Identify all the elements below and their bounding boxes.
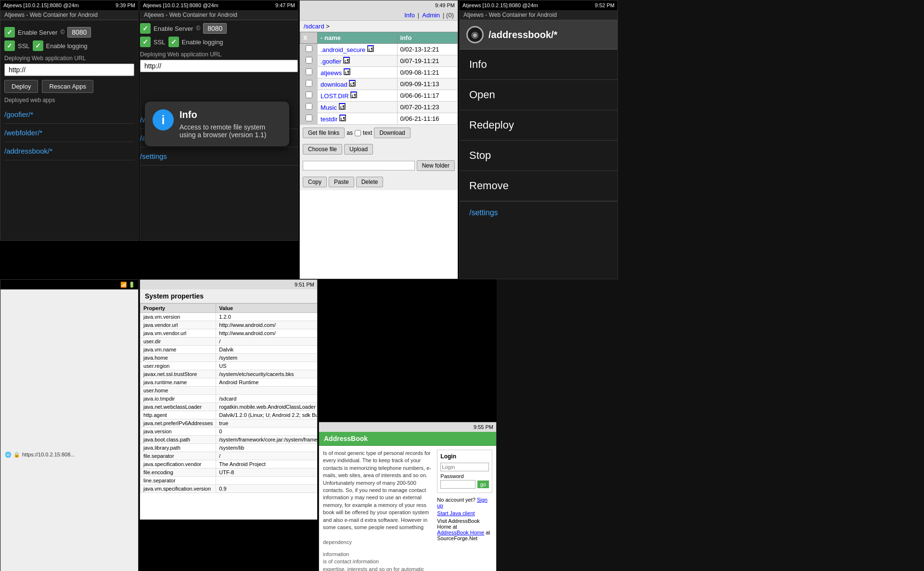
- deploy-button[interactable]: Deploy: [4, 80, 38, 93]
- app-item-goofier[interactable]: /goofier/*: [4, 105, 134, 124]
- delete-button[interactable]: Delete: [356, 177, 384, 187]
- p2-settings-item[interactable]: /settings: [140, 147, 298, 166]
- go-button[interactable]: go: [477, 480, 489, 488]
- file-x-col[interactable]: [300, 55, 318, 67]
- app-item-addressbook[interactable]: /addressbook/*: [4, 142, 134, 160]
- paste-button[interactable]: Paste: [329, 177, 354, 187]
- sysinfo-row: java.boot.class.path /system/framework/c…: [141, 436, 318, 444]
- new-folder-button[interactable]: New folder: [417, 160, 455, 171]
- sysinfo-row: http.agent Dalvik/1.2.0 (Linux; U; Andro…: [141, 411, 318, 419]
- file-checkbox[interactable]: [306, 45, 312, 52]
- addrbook-body: Is of most generic type of personal reco…: [319, 446, 496, 571]
- file-checkbox[interactable]: [306, 80, 312, 87]
- sdcard-link[interactable]: /sdcard: [304, 23, 324, 30]
- upload-button[interactable]: Upload: [344, 144, 373, 155]
- p2-url-input[interactable]: [140, 60, 298, 72]
- sysinfo-row: java.runtime.name Android Runtime: [141, 378, 318, 387]
- deployed-label: Deployed web apps: [4, 97, 134, 104]
- file-x-col[interactable]: [300, 90, 318, 102]
- port-value[interactable]: 8080: [67, 27, 91, 38]
- sysinfo-row: java.home /system: [141, 354, 318, 362]
- file-actions-row3: New folder: [300, 157, 458, 174]
- context-path-title: /addressbook/*: [488, 29, 557, 40]
- panel-4-context: Atjeews [10.0.2.15]:8080 @24m 9:52 PM At…: [459, 0, 618, 279]
- property-value: UTF-8: [216, 468, 317, 477]
- file-checkbox[interactable]: [306, 68, 312, 75]
- file-link[interactable]: Music: [321, 104, 337, 111]
- col-info: info: [397, 32, 458, 44]
- property-name: java.net.webclassLoader: [141, 403, 216, 411]
- context-menu-remove[interactable]: Remove: [460, 171, 617, 201]
- new-folder-input[interactable]: [303, 161, 415, 170]
- sysinfo-row: java.vm.specification.version 0.9: [141, 485, 318, 493]
- app-item-webfolder[interactable]: /webfolder/*: [4, 124, 134, 142]
- file-link[interactable]: LOST.DIR: [321, 92, 349, 100]
- property-value: /system/framework/core.jar:/system/frame…: [216, 436, 317, 444]
- browser-url-bar: 🌐 🔒 https://10.0.2.15:808...: [0, 289, 139, 571]
- file-checkbox[interactable]: [306, 57, 312, 64]
- logging-checkbox[interactable]: ✓: [33, 40, 43, 51]
- refresh-icon: ↺: [349, 80, 356, 87]
- url-input[interactable]: [4, 64, 134, 76]
- file-checkbox[interactable]: [306, 115, 312, 121]
- file-link[interactable]: testdir: [321, 116, 337, 123]
- file-x-col[interactable]: [300, 44, 318, 55]
- property-value: /: [216, 452, 317, 460]
- p2-port-value[interactable]: 8080: [203, 23, 227, 34]
- file-x-col[interactable]: [300, 67, 318, 78]
- file-link[interactable]: atjeews: [321, 69, 342, 77]
- sysinfo-scroll[interactable]: Property Value java.vm.version 1.2.0 jav…: [140, 303, 317, 493]
- info-link[interactable]: Info: [404, 12, 415, 19]
- file-info-col: 0/06-21-11:16: [397, 113, 458, 125]
- enable-server-row: ✓ Enable Server © 8080: [4, 27, 134, 38]
- file-link[interactable]: .android_secure: [321, 46, 365, 53]
- text-checkbox[interactable]: [355, 130, 361, 136]
- rescan-apps-button[interactable]: Rescan Apps: [42, 80, 93, 93]
- file-x-col[interactable]: [300, 102, 318, 113]
- file-x-col[interactable]: [300, 78, 318, 90]
- addrbook-dependency: dependency: [323, 539, 433, 546]
- file-checkbox[interactable]: [306, 103, 312, 110]
- sysinfo-row: file.encoding UTF-8: [141, 468, 318, 477]
- context-menu-info[interactable]: Info: [460, 50, 617, 80]
- property-value: US: [216, 362, 317, 370]
- p2-ssl-label: SSL: [154, 39, 166, 46]
- property-name: file.encoding: [141, 468, 216, 477]
- java-client-section: Start Java client: [437, 510, 492, 516]
- contact-info-text: is of contact information: [323, 558, 433, 565]
- p2-enable-server-checkbox[interactable]: ✓: [140, 23, 151, 34]
- sysinfo-row: java.net.webclassLoader rogatkin.mobile.…: [141, 403, 318, 411]
- file-x-col[interactable]: [300, 113, 318, 125]
- password-input[interactable]: [440, 480, 475, 489]
- get-file-links-button[interactable]: Get file links: [303, 128, 345, 138]
- context-menu-stop[interactable]: Stop: [460, 141, 617, 171]
- file-link[interactable]: download: [321, 81, 347, 88]
- sysinfo-row: javax.net.ssl.trustStore /system/etc/sec…: [141, 370, 318, 378]
- p2-deploying-url-label: Deploying Web application URL: [140, 51, 298, 58]
- copy-button[interactable]: Copy: [303, 177, 327, 187]
- logging-label: Enable logging: [46, 42, 88, 50]
- property-name: java.vm.version: [141, 313, 216, 321]
- admin-link[interactable]: Admin: [422, 12, 440, 19]
- settings-item-bottom[interactable]: /settings: [460, 201, 617, 224]
- addrbook-home-link[interactable]: AddressBook Home: [437, 530, 484, 535]
- time-3: 9:49 PM: [435, 2, 455, 8]
- download-button[interactable]: Download: [374, 128, 410, 138]
- deploying-url-label: Deploying Web application URL: [4, 55, 134, 62]
- context-menu-open[interactable]: Open: [460, 80, 617, 110]
- p2-ssl-checkbox[interactable]: ✓: [140, 37, 151, 47]
- java-client-link[interactable]: Start Java client: [437, 510, 475, 516]
- browser-url-text: https://10.0.2.15:808...: [22, 452, 75, 457]
- info-dialog-content: Info Access to remote file system using …: [180, 109, 282, 139]
- property-name: user.region: [141, 362, 216, 370]
- p2-enable-server-label: Enable Server: [154, 25, 193, 32]
- ssl-checkbox[interactable]: ✓: [4, 40, 15, 51]
- file-link[interactable]: .goofier: [321, 58, 341, 65]
- p2-logging-checkbox[interactable]: ✓: [168, 37, 179, 47]
- context-menu-redeploy[interactable]: Redeploy: [460, 110, 617, 141]
- login-input[interactable]: [440, 463, 489, 471]
- file-checkbox[interactable]: [306, 91, 312, 98]
- choose-file-button[interactable]: Choose file: [303, 144, 342, 155]
- enable-server-checkbox[interactable]: ✓: [4, 27, 15, 38]
- property-value: Dalvik/1.2.0 (Linux; U; Android 2.2; sdk…: [216, 411, 317, 419]
